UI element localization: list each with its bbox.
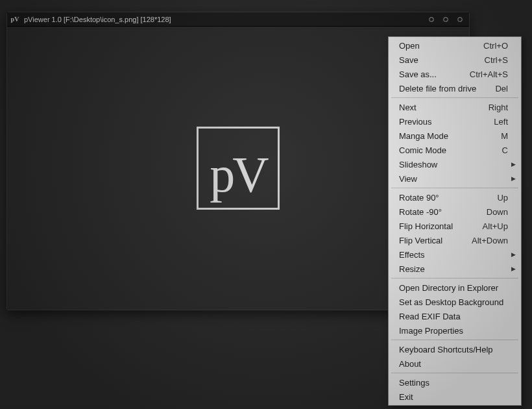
menu-item-open-directory-in-explorer[interactable]: Open Directory in Explorer (390, 280, 520, 295)
menu-item-view[interactable]: View▶ (390, 171, 520, 186)
menu-item-open[interactable]: OpenCtrl+O (390, 38, 520, 53)
menu-item-label: View (399, 174, 508, 184)
menu-item-resize[interactable]: Resize▶ (390, 262, 520, 276)
menu-separator (391, 188, 518, 188)
menu-item-label: Exit (399, 392, 508, 402)
app-icon: pV (10, 14, 20, 25)
close-button[interactable] (455, 14, 465, 25)
menu-item-next[interactable]: NextRight (390, 100, 520, 114)
menu-item-label: Save (399, 55, 477, 65)
minimize-icon (428, 16, 435, 23)
menu-item-label: Flip Horizontal (399, 221, 475, 231)
menu-item-save-as[interactable]: Save as...Ctrl+Alt+S (390, 67, 520, 81)
maximize-icon (442, 16, 449, 23)
chevron-right-icon: ▶ (511, 161, 516, 167)
chevron-right-icon: ▶ (511, 175, 516, 182)
menu-item-delete-file-from-drive[interactable]: Delete file from driveDel (390, 81, 520, 95)
menu-item-label: Settings (399, 378, 508, 388)
menu-separator (391, 340, 518, 340)
menu-item-label: Open (399, 41, 476, 51)
logo-text: pV (210, 149, 266, 200)
svg-point-1 (444, 17, 448, 21)
menu-item-label: Rotate 90° (399, 193, 489, 203)
menu-item-effects[interactable]: Effects▶ (390, 247, 520, 262)
menu-item-keyboard-shortcuts-help[interactable]: Keyboard Shortcuts/Help (390, 342, 520, 356)
menu-item-shortcut: Alt+Up (483, 221, 508, 231)
menu-item-settings[interactable]: Settings (390, 375, 520, 390)
chevron-right-icon: ▶ (511, 251, 516, 258)
menu-item-label: Open Directory in Explorer (399, 283, 508, 293)
menu-item-shortcut: Ctrl+O (483, 41, 508, 51)
menu-item-flip-vertical[interactable]: Flip VerticalAlt+Down (390, 233, 520, 247)
menu-item-label: Previous (399, 117, 486, 127)
svg-point-2 (458, 17, 462, 21)
menu-item-label: Resize (399, 264, 508, 274)
menu-item-set-as-desktop-background[interactable]: Set as Desktop Background (390, 295, 520, 309)
menu-item-label: Set as Desktop Background (399, 297, 508, 307)
menu-item-label: Rotate -90° (399, 207, 479, 217)
menu-item-label: Save as... (399, 69, 462, 79)
menu-item-shortcut: Left (494, 117, 508, 127)
displayed-image: pV (197, 127, 280, 210)
menu-item-label: About (399, 359, 508, 369)
menu-item-label: Image Properties (399, 326, 508, 336)
context-menu: OpenCtrl+OSaveCtrl+SSave as...Ctrl+Alt+S… (388, 36, 522, 406)
menu-item-label: Read EXIF Data (399, 312, 508, 321)
menu-item-label: Slideshow (399, 160, 508, 169)
menu-separator (391, 278, 518, 279)
menu-item-shortcut: Ctrl+Alt+S (470, 69, 508, 79)
menu-item-label: Next (399, 103, 481, 112)
window-title: pViewer 1.0 [F:\Desktop\icon_s.png] [128… (24, 16, 171, 23)
menu-item-label: Delete file from drive (399, 84, 487, 93)
menu-item-rotate-90[interactable]: Rotate 90°Up (390, 190, 520, 204)
menu-item-comic-mode[interactable]: Comic ModeC (390, 143, 520, 157)
menu-item-label: Flip Vertical (399, 236, 464, 245)
menu-item-shortcut: Del (495, 84, 508, 93)
svg-point-0 (429, 17, 433, 21)
maximize-button[interactable] (441, 14, 451, 25)
menu-item-rotate-90[interactable]: Rotate -90°Down (390, 204, 520, 219)
menu-item-manga-mode[interactable]: Manga ModeM (390, 129, 520, 143)
menu-item-shortcut: Ctrl+S (485, 55, 508, 65)
titlebar[interactable]: pV pViewer 1.0 [F:\Desktop\icon_s.png] [… (7, 12, 469, 27)
menu-item-flip-horizontal[interactable]: Flip HorizontalAlt+Up (390, 219, 520, 233)
menu-item-read-exif-data[interactable]: Read EXIF Data (390, 309, 520, 323)
menu-item-slideshow[interactable]: Slideshow▶ (390, 157, 520, 171)
menu-item-shortcut: Down (487, 207, 508, 217)
close-icon (457, 16, 463, 23)
menu-item-shortcut: Right (489, 103, 508, 112)
menu-item-exit[interactable]: Exit (390, 390, 520, 404)
menu-separator (391, 373, 518, 373)
menu-item-image-properties[interactable]: Image Properties (390, 323, 520, 338)
menu-item-label: Keyboard Shortcuts/Help (399, 345, 508, 354)
chevron-right-icon: ▶ (511, 266, 516, 272)
menu-item-shortcut: Up (497, 193, 508, 203)
menu-item-label: Manga Mode (399, 131, 493, 141)
menu-item-previous[interactable]: PreviousLeft (390, 114, 520, 129)
menu-item-label: Comic Mode (399, 145, 494, 155)
menu-item-label: Effects (399, 250, 508, 260)
menu-item-save[interactable]: SaveCtrl+S (390, 53, 520, 67)
minimize-button[interactable] (426, 14, 437, 25)
menu-item-about[interactable]: About (390, 356, 520, 371)
menu-item-shortcut: M (501, 131, 508, 141)
menu-separator (391, 97, 518, 98)
menu-item-shortcut: C (502, 145, 508, 155)
menu-item-shortcut: Alt+Down (472, 236, 508, 245)
